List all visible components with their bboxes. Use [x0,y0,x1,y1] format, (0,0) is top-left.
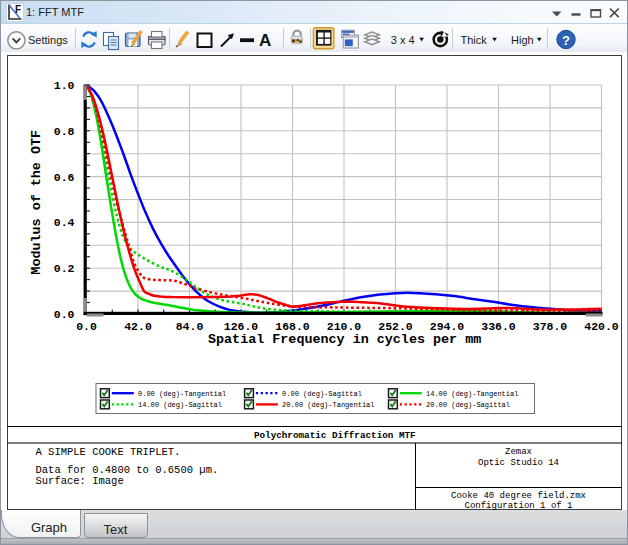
svg-text:High: High [511,34,534,46]
svg-text:20.00 (deg)-Sagittal: 20.00 (deg)-Sagittal [426,401,510,409]
svg-text:0.0: 0.0 [54,308,75,321]
svg-text:Settings: Settings [28,34,68,46]
svg-text:0.0: 0.0 [76,320,97,333]
svg-text:A SIMPLE COOKE TRIPLET.: A SIMPLE COOKE TRIPLET. [36,446,181,458]
svg-text:Surface: Image: Surface: Image [36,475,124,487]
svg-text:336.0: 336.0 [481,320,516,333]
svg-text:Polychromatic Diffraction MTF: Polychromatic Diffraction MTF [254,430,416,441]
svg-text:3 x 4: 3 x 4 [391,34,415,46]
svg-text:14.00 (deg)-Sagittal: 14.00 (deg)-Sagittal [138,401,222,409]
svg-text:14.00 (deg)-Tangential: 14.00 (deg)-Tangential [426,390,518,398]
svg-text:378.0: 378.0 [533,320,568,333]
svg-text:420.0: 420.0 [584,320,619,333]
svg-text:Zemax: Zemax [505,447,532,457]
svg-text:?: ? [562,33,570,48]
svg-text:0.4: 0.4 [54,216,75,229]
svg-text:Configuration 1 of 1: Configuration 1 of 1 [464,501,572,511]
svg-text:0.8: 0.8 [54,125,75,138]
svg-text:84.0: 84.0 [176,320,204,333]
svg-text:Spatial Frequency in cycles pe: Spatial Frequency in cycles per mm [208,332,481,347]
svg-text:20.00 (deg)-Tangential: 20.00 (deg)-Tangential [282,401,374,409]
svg-text:A: A [259,31,271,50]
svg-text:0.00 (deg)-Sagittal: 0.00 (deg)-Sagittal [282,390,362,398]
svg-text:Thick: Thick [461,34,488,46]
svg-text:Optic Studio 14: Optic Studio 14 [478,458,559,468]
svg-text:42.0: 42.0 [124,320,152,333]
svg-text:0.2: 0.2 [54,262,75,275]
svg-text:0.6: 0.6 [54,171,75,184]
svg-text:Modulus of the OTF: Modulus of the OTF [30,130,45,275]
svg-text:0.00 (deg)-Tangential: 0.00 (deg)-Tangential [138,390,226,398]
svg-text:1.0: 1.0 [54,79,75,92]
svg-text:F: F [15,4,21,15]
